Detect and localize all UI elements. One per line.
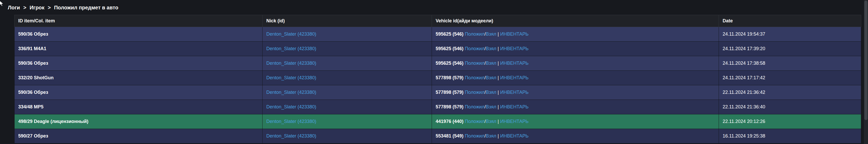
nick-link[interactable]: Denton_Slater (423380) [266, 104, 316, 109]
vehicle-cell: 577898 (579) Положил/Взял | ИНВЕНТАРЬ [432, 71, 719, 85]
item-cell: 590/36 Обрез [14, 27, 262, 42]
nick-cell: Denton_Slater (423380) [262, 100, 432, 114]
inventory-link[interactable]: ИНВЕНТАРЬ [500, 133, 528, 139]
table-row: 590/36 ОбрезDenton_Slater (423380)595625… [14, 27, 861, 42]
pipe-separator: | [496, 90, 500, 95]
nick-cell: Denton_Slater (423380) [262, 114, 432, 129]
table-row: 336/91 M4A1Denton_Slater (423380)595625 … [14, 42, 861, 56]
vehicle-id: 595625 (546) [436, 61, 463, 66]
item-cell: 332/20 ShotGun [14, 71, 262, 85]
col-header-nick: Nick (id) [262, 15, 432, 27]
vehicle-id: 577898 (579) [436, 90, 463, 95]
vehicle-cell: 441976 (440) Положил/Взял | ИНВЕНТАРЬ [432, 114, 719, 129]
inventory-link[interactable]: ИНВЕНТАРЬ [500, 75, 528, 80]
date-cell: 22.11.2024 20:12:26 [719, 114, 861, 129]
log-table: ID item/Col. item Nick (id) Vehicle id(а… [14, 15, 861, 143]
vehicle-id: 577898 (579) [436, 75, 463, 80]
nick-cell: Denton_Slater (423380) [262, 129, 432, 143]
pipe-separator: | [496, 31, 500, 37]
nick-cell: Denton_Slater (423380) [262, 27, 432, 42]
put-link[interactable]: Положил [465, 90, 485, 95]
vehicle-id: 553481 (549) [436, 133, 463, 139]
log-table-body: 590/36 ОбрезDenton_Slater (423380)595625… [14, 27, 861, 143]
vehicle-cell: 577898 (579) Положил/Взял | ИНВЕНТАРЬ [432, 100, 719, 114]
nick-link[interactable]: Denton_Slater (423380) [266, 31, 316, 37]
pipe-separator: | [496, 133, 500, 139]
put-link[interactable]: Положил [465, 104, 485, 109]
take-link[interactable]: Взял [486, 46, 496, 51]
item-cell: 334/48 MP5 [14, 100, 262, 114]
vehicle-cell: 577898 (579) Положил/Взял | ИНВЕНТАРЬ [432, 85, 719, 100]
put-link[interactable]: Положил [465, 75, 485, 80]
put-link[interactable]: Положил [465, 46, 485, 51]
inventory-link[interactable]: ИНВЕНТАРЬ [500, 31, 528, 37]
take-link[interactable]: Взял [486, 75, 496, 80]
take-link[interactable]: Взял [486, 90, 496, 95]
date-cell: 24.11.2024 17:38:58 [719, 56, 861, 71]
table-row: 498/29 Deagle (лицензионный)Denton_Slate… [14, 114, 861, 129]
inventory-link[interactable]: ИНВЕНТАРЬ [500, 61, 528, 66]
col-header-item: ID item/Col. item [14, 15, 262, 27]
nick-cell: Denton_Slater (423380) [262, 71, 432, 85]
table-row: 590/36 ОбрезDenton_Slater (423380)595625… [14, 56, 861, 71]
pipe-separator: | [496, 46, 500, 51]
vehicle-id: 595625 (546) [436, 31, 463, 37]
vehicle-id: 595625 (546) [436, 46, 463, 51]
item-cell: 590/36 Обрез [14, 56, 262, 71]
date-cell: 24.11.2024 17:39:20 [719, 42, 861, 56]
breadcrumb: Логи > Игрок > Положил предмет в авто [0, 0, 868, 11]
put-link[interactable]: Положил [465, 31, 485, 37]
take-link[interactable]: Взял [486, 104, 496, 109]
nick-link[interactable]: Denton_Slater (423380) [266, 75, 316, 80]
nick-cell: Denton_Slater (423380) [262, 56, 432, 71]
inventory-link[interactable]: ИНВЕНТАРЬ [500, 46, 528, 51]
pipe-separator: | [496, 61, 500, 66]
vehicle-cell: 595625 (546) Положил/Взял | ИНВЕНТАРЬ [432, 42, 719, 56]
item-cell: 590/36 Обрез [14, 85, 262, 100]
vehicle-id: 577898 (579) [436, 104, 463, 109]
breadcrumb-separator: > [48, 5, 51, 10]
take-link[interactable]: Взял [486, 31, 496, 37]
take-link[interactable]: Взял [486, 61, 496, 66]
pipe-separator: | [496, 104, 500, 109]
breadcrumb-item-logs[interactable]: Логи [8, 5, 20, 10]
breadcrumb-separator: > [23, 5, 26, 10]
pipe-separator: | [496, 119, 500, 124]
put-link[interactable]: Положил [465, 133, 485, 139]
breadcrumb-item-player[interactable]: Игрок [30, 5, 44, 10]
nick-link[interactable]: Denton_Slater (423380) [266, 46, 316, 51]
item-cell: 336/91 M4A1 [14, 42, 262, 56]
put-link[interactable]: Положил [465, 61, 485, 66]
mouse-cursor-icon [0, 1, 4, 7]
vehicle-cell: 595625 (546) Положил/Взял | ИНВЕНТАРЬ [432, 27, 719, 42]
vertical-scrollbar-track[interactable] [864, 0, 868, 144]
take-link[interactable]: Взял [486, 119, 496, 124]
date-cell: 22.11.2024 21:36:42 [719, 85, 861, 100]
vehicle-cell: 595625 (546) Положил/Взял | ИНВЕНТАРЬ [432, 56, 719, 71]
inventory-link[interactable]: ИНВЕНТАРЬ [500, 104, 528, 109]
table-row: 334/48 MP5Denton_Slater (423380)577898 (… [14, 100, 861, 114]
put-link[interactable]: Положил [465, 119, 485, 124]
inventory-link[interactable]: ИНВЕНТАРЬ [500, 119, 528, 124]
nick-cell: Denton_Slater (423380) [262, 85, 432, 100]
table-row: 590/27 ОбрезDenton_Slater (423380)553481… [14, 129, 861, 143]
item-cell: 590/27 Обрез [14, 129, 262, 143]
breadcrumb-item-current: Положил предмет в авто [54, 5, 118, 10]
pipe-separator: | [496, 75, 500, 80]
take-link[interactable]: Взял [486, 133, 496, 139]
date-cell: 24.11.2024 19:54:37 [719, 27, 861, 42]
item-cell: 498/29 Deagle (лицензионный) [14, 114, 262, 129]
nick-link[interactable]: Denton_Slater (423380) [266, 119, 316, 124]
inventory-link[interactable]: ИНВЕНТАРЬ [500, 90, 528, 95]
nick-link[interactable]: Denton_Slater (423380) [266, 90, 316, 95]
date-cell: 16.11.2024 19:25:38 [719, 129, 861, 143]
col-header-date: Date [719, 15, 861, 27]
nick-link[interactable]: Denton_Slater (423380) [266, 133, 316, 139]
table-row: 332/20 ShotGunDenton_Slater (423380)5778… [14, 71, 861, 85]
vertical-scrollbar-thumb[interactable] [864, 1, 867, 120]
table-row: 590/36 ОбрезDenton_Slater (423380)577898… [14, 85, 861, 100]
nick-link[interactable]: Denton_Slater (423380) [266, 61, 316, 66]
table-header-row: ID item/Col. item Nick (id) Vehicle id(а… [14, 15, 861, 27]
col-header-vehicle: Vehicle id(айди модеели) [432, 15, 719, 27]
nick-cell: Denton_Slater (423380) [262, 42, 432, 56]
